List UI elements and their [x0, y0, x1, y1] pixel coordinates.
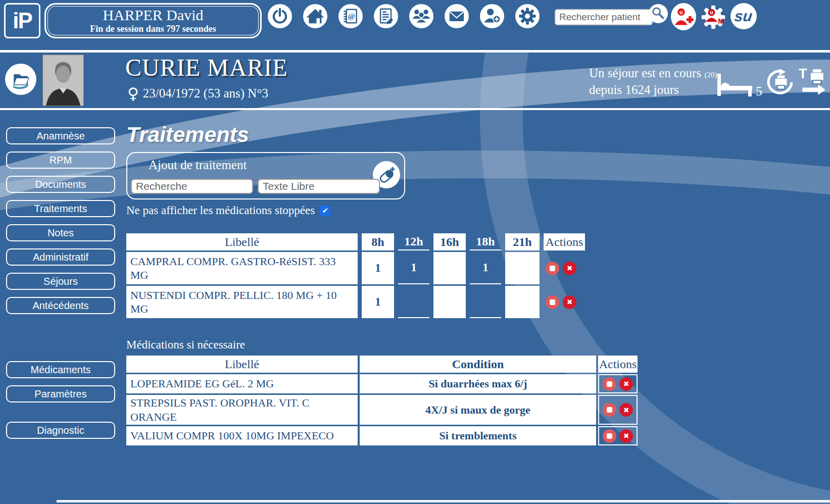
sidebar-item-label: Administratif: [33, 251, 88, 263]
sidebar-item-rpm[interactable]: RPM: [6, 152, 115, 169]
sidebar-item-documents[interactable]: Documents: [6, 176, 115, 193]
patient-demographics: ♀ 23/04/1972 (53 ans) N°3: [127, 86, 268, 101]
sidebar-item-notes[interactable]: Notes: [6, 224, 115, 241]
home-icon[interactable]: [303, 4, 327, 28]
su-logo-icon[interactable]: su: [730, 3, 757, 29]
sidebar-item-medicaments[interactable]: Médicaments: [6, 361, 115, 378]
stop-medication-button[interactable]: [603, 403, 616, 417]
print-transfer-icon[interactable]: T: [798, 67, 827, 98]
column-header-condition: Condition: [360, 356, 596, 373]
team-icon[interactable]: [409, 4, 433, 28]
delete-medication-button[interactable]: ✖: [619, 377, 633, 391]
power-icon[interactable]: [268, 4, 292, 28]
sidebar-item-label: Documents: [35, 179, 86, 190]
dose-cell[interactable]: 1: [362, 286, 394, 318]
dose-cell[interactable]: 1: [470, 252, 501, 284]
session-countdown: Fin de session dans 797 secondes: [90, 23, 216, 34]
prn-section-title: Médications si nécessaire: [126, 338, 662, 351]
check-icon: ✔: [322, 206, 328, 215]
dose-cell[interactable]: [398, 286, 429, 318]
stay-info: Un séjour est en cours (20) depuis 1624 …: [589, 66, 717, 97]
dose-cell[interactable]: 1: [398, 252, 429, 284]
hide-stopped-checkbox[interactable]: ✔: [320, 206, 330, 216]
patient-search-input[interactable]: [555, 9, 653, 25]
x-icon: ✖: [623, 380, 629, 388]
sidebar-item-label: Notes: [47, 227, 74, 239]
medication-condition: 4X/J si maux de gorge: [360, 395, 596, 425]
delete-medication-button[interactable]: ✖: [563, 262, 576, 275]
toolbar-icons: @: [268, 4, 540, 28]
mail-icon[interactable]: [445, 4, 469, 28]
svg-text:M: M: [718, 17, 724, 25]
patient-folder-icon[interactable]: [5, 64, 36, 95]
add-treatment-title: Ajout de traitement: [149, 158, 247, 172]
medication-actions: ✖: [544, 252, 585, 284]
dose-cell[interactable]: [505, 252, 540, 284]
medication-label: NUSTENDI COMPR. PELLIC. 180 MG + 10 MG: [126, 286, 358, 318]
page-title: Traitements: [126, 122, 662, 147]
reprint-icon[interactable]: [767, 69, 794, 98]
su-logo-text: su: [734, 8, 754, 25]
address-book-icon[interactable]: @: [338, 4, 363, 28]
medication-label: VALIUM COMPR 100X 10MG IMPEXECO: [126, 426, 358, 445]
dose-cell[interactable]: [433, 286, 466, 318]
medication-condition: Si duarrhées max 6/j: [360, 374, 596, 393]
sidebar-item-anamnese[interactable]: Anamnèse: [6, 127, 115, 144]
add-user-icon[interactable]: u: [671, 3, 696, 30]
medication-label: LOPERAMIDE EG GéL. 2 MG: [126, 374, 358, 393]
dose-cell[interactable]: 1: [362, 252, 394, 284]
sidebar-item-label: Médicaments: [31, 364, 91, 376]
stop-medication-button[interactable]: [603, 377, 616, 391]
prescription-icon[interactable]: [374, 4, 398, 28]
delete-medication-button[interactable]: ✖: [619, 403, 633, 417]
sidebar-item-traitements[interactable]: Traitements: [6, 200, 115, 217]
stop-medication-button[interactable]: [546, 295, 559, 309]
sidebar-item-diagnostic[interactable]: Diagnostic: [6, 422, 115, 439]
treatment-search-input[interactable]: [131, 179, 253, 194]
sidebar-item-label: Traitements: [34, 203, 87, 215]
sidebar-item-antecedents[interactable]: Antécédents: [6, 297, 115, 314]
magnifier-icon[interactable]: [649, 4, 668, 23]
sidebar-item-parametres[interactable]: Paramètres: [6, 385, 115, 402]
sidebar-item-sejours[interactable]: Séjours: [6, 273, 115, 290]
patient-photo: [42, 55, 84, 106]
hide-stopped-row: Ne pas afficher les médications stoppées…: [126, 204, 662, 217]
add-treatment-box: Ajout de traitement: [126, 152, 405, 199]
female-gender-icon: ♀: [127, 86, 139, 101]
top-bar: iP HARPER David Fin de session dans 797 …: [0, 0, 830, 50]
sidebar-item-label: RPM: [50, 155, 72, 166]
medication-condition: Si tremblements: [360, 426, 596, 445]
free-text-input[interactable]: [258, 179, 380, 194]
svg-text:T: T: [799, 67, 807, 81]
delete-medication-button[interactable]: ✖: [563, 295, 576, 309]
stop-medication-button[interactable]: [546, 262, 559, 275]
dose-cell[interactable]: [505, 286, 540, 318]
sidebar-item-administratif[interactable]: Administratif: [6, 248, 115, 266]
main-content: Traitements Ajout de traitement Ne pas a…: [126, 120, 662, 445]
column-header-18h: 18h: [470, 233, 501, 250]
app-logo-text: iP: [13, 8, 32, 33]
delete-medication-button[interactable]: ✖: [619, 429, 633, 443]
logged-in-user: HARPER David: [103, 7, 203, 23]
svg-text:@: @: [348, 12, 355, 20]
column-header-actions: Actions: [598, 356, 638, 373]
app-logo: iP: [4, 3, 40, 38]
add-patient-icon[interactable]: [480, 4, 504, 28]
dose-cell[interactable]: [433, 252, 466, 284]
sidebar-item-label: Anamnèse: [36, 130, 85, 142]
sidebar-item-label: Paramètres: [34, 388, 86, 400]
user-settings-icon[interactable]: uM: [699, 3, 727, 31]
dose-cell[interactable]: [470, 286, 501, 318]
x-icon: ✖: [567, 298, 573, 306]
medication-actions: ✖: [598, 426, 638, 445]
medication-actions: ✖: [598, 374, 638, 393]
medication-label: STREPSILS PAST. OROPHAR. VIT. C ORANGE: [126, 395, 358, 425]
svg-text:u: u: [679, 10, 682, 15]
background-swoosh: [57, 500, 830, 502]
medication-actions: ✖: [544, 286, 585, 318]
medication-actions: ✖: [598, 395, 638, 425]
patient-name: CURIE MARIE: [125, 54, 288, 81]
settings-icon[interactable]: [515, 4, 540, 28]
stop-medication-button[interactable]: [603, 429, 616, 443]
bed-icon[interactable]: 5: [716, 73, 762, 99]
